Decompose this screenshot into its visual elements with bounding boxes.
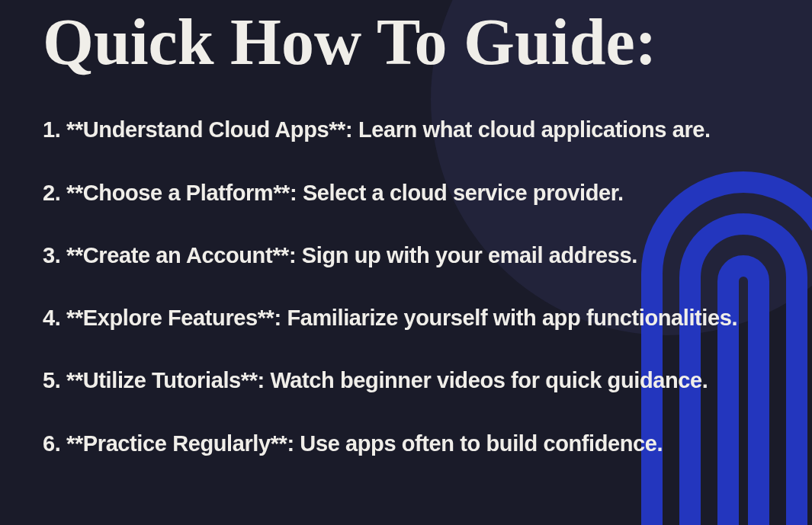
list-item: 6. **Practice Regularly**: Use apps ofte… [43, 430, 769, 457]
list-item: 1. **Understand Cloud Apps**: Learn what… [43, 116, 769, 143]
guide-list: 1. **Understand Cloud Apps**: Learn what… [43, 116, 769, 457]
list-item: 4. **Explore Features**: Familiarize you… [43, 304, 769, 331]
page-title: Quick How To Guide: [43, 8, 769, 76]
list-item: 3. **Create an Account**: Sign up with y… [43, 242, 769, 269]
list-item: 5. **Utilize Tutorials**: Watch beginner… [43, 367, 769, 394]
list-item: 2. **Choose a Platform**: Select a cloud… [43, 179, 769, 206]
main-content: Quick How To Guide: 1. **Understand Clou… [0, 0, 812, 457]
